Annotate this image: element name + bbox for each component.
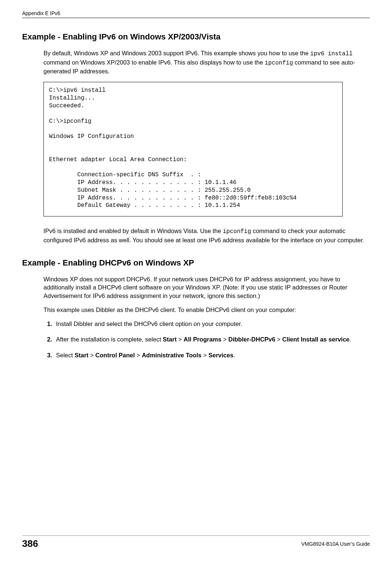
text-run: . [234, 352, 235, 358]
section-heading-example1: Example - Enabling IPv6 on Windows XP/20… [22, 32, 370, 42]
inline-code-ipconfig: ipconfig [265, 60, 293, 66]
menu-client-install: Client Install as service [282, 336, 350, 343]
page-content: Example - Enabling IPv6 on Windows XP/20… [0, 32, 392, 359]
code-block-ipv6-install: C:\>ipv6 install Installing... Succeeded… [43, 82, 343, 216]
example2-paragraph1: Windows XP does not support DHCPv6. If y… [43, 275, 370, 300]
example2-paragraph2: This example uses Dibbler as the DHCPv6 … [43, 306, 370, 314]
menu-start: Start [74, 352, 88, 358]
text-run: . [350, 336, 351, 343]
menu-start: Start [163, 336, 177, 343]
step-2: After the installation is complete, sele… [54, 335, 370, 343]
menu-all-programs: All Programs [183, 336, 221, 343]
text-run: By default, Windows XP and Windows 2003 … [43, 50, 310, 56]
text-run: command on Windows XP/2003 to enable IPv… [43, 59, 265, 66]
separator: > [221, 336, 228, 343]
example1-paragraph2: IPv6 is installed and enabled by default… [43, 227, 370, 244]
step-1: Install Dibbler and select the DHCPv6 cl… [54, 320, 370, 328]
header-left-text: Appendix E IPv6 [22, 10, 60, 16]
separator: > [202, 352, 209, 358]
separator: > [275, 336, 282, 343]
menu-control-panel: Control Panel [95, 352, 135, 358]
text-run: After the installation is complete, sele… [56, 336, 163, 343]
section-heading-example2: Example - Enabling DHCPv6 on Windows XP [22, 258, 370, 268]
step-3: Select Start > Control Panel > Administr… [54, 351, 370, 359]
inline-code-ipconfig-vista: ipconfig [223, 228, 251, 235]
separator: > [176, 336, 183, 343]
text-run: Select [56, 352, 74, 358]
separator: > [88, 352, 95, 358]
inline-code-ipv6-install: ipv6 install [310, 51, 353, 57]
example1-paragraph1: By default, Windows XP and Windows 2003 … [43, 49, 370, 75]
step-text: Install Dibbler and select the DHCPv6 cl… [56, 320, 242, 327]
text-run: IPv6 is installed and enabled by default… [43, 228, 223, 234]
menu-services: Services [209, 352, 234, 358]
guide-title: VMG8924-B10A User’s Guide [301, 541, 370, 547]
page-header: Appendix E IPv6 [22, 0, 370, 18]
page-footer: 386 VMG8924-B10A User’s Guide [22, 535, 370, 549]
menu-dibbler-dhcpv6: Dibbler-DHCPv6 [228, 336, 275, 343]
page-number: 386 [22, 538, 38, 549]
steps-list: Install Dibbler and select the DHCPv6 cl… [43, 320, 370, 359]
menu-administrative-tools: Administrative Tools [142, 352, 202, 358]
separator: > [135, 352, 142, 358]
